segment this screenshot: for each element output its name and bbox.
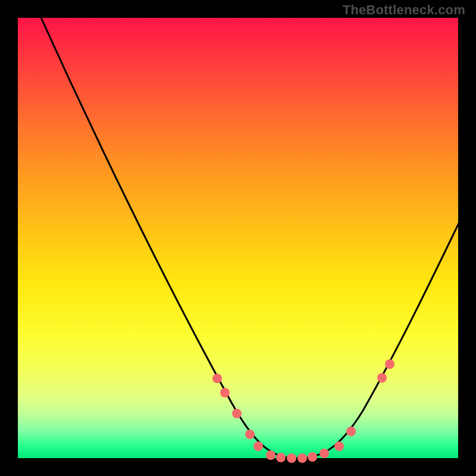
data-point-marker — [266, 450, 275, 460]
data-point-marker — [308, 452, 317, 462]
curve-line — [36, 6, 462, 458]
data-point-marker — [385, 359, 394, 369]
marker-group — [212, 359, 394, 463]
data-point-marker — [212, 374, 222, 383]
watermark-text: TheBottleneck.com — [343, 2, 465, 18]
data-point-marker — [232, 409, 242, 418]
data-point-marker — [253, 441, 263, 451]
data-point-marker — [320, 449, 329, 458]
data-point-marker — [334, 441, 344, 451]
data-point-marker — [287, 453, 296, 463]
data-point-marker — [220, 388, 230, 397]
chart-svg — [18, 18, 458, 458]
data-point-marker — [346, 427, 356, 436]
data-point-marker — [276, 453, 286, 462]
data-point-marker — [377, 373, 387, 383]
plot-area — [18, 18, 458, 458]
data-point-marker — [245, 430, 255, 439]
data-point-marker — [298, 453, 307, 463]
chart-frame: TheBottleneck.com — [0, 0, 476, 476]
